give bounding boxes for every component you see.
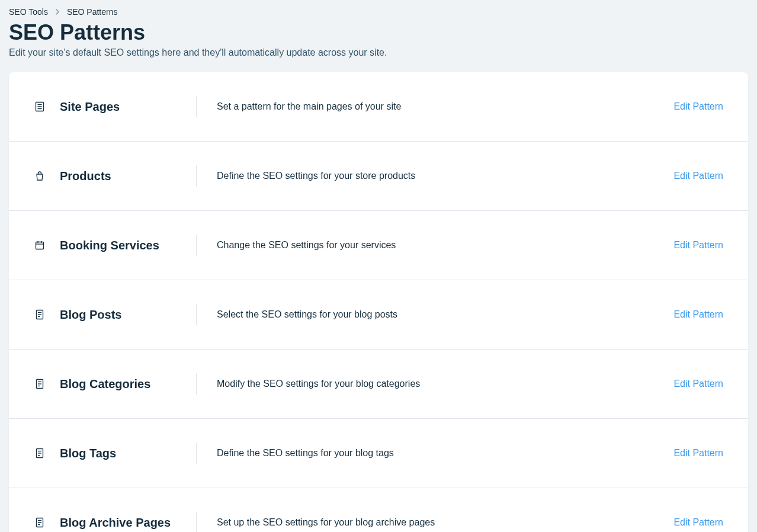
doc-icon	[34, 517, 46, 528]
pattern-title: Products	[60, 169, 196, 183]
pattern-row: Blog Archive PagesSet up the SEO setting…	[9, 488, 748, 532]
breadcrumb-current: SEO Patterns	[67, 7, 118, 17]
pattern-row: Booking ServicesChange the SEO settings …	[9, 211, 748, 280]
bag-icon	[34, 171, 46, 181]
calendar-icon	[34, 240, 46, 251]
pattern-description: Modify the SEO settings for your blog ca…	[217, 379, 662, 389]
divider	[196, 443, 197, 464]
edit-pattern-link[interactable]: Edit Pattern	[673, 379, 723, 389]
edit-pattern-link[interactable]: Edit Pattern	[673, 101, 723, 112]
pattern-title: Booking Services	[60, 239, 196, 252]
pattern-title: Blog Tags	[60, 447, 196, 460]
divider	[196, 373, 197, 395]
pattern-row: ProductsDefine the SEO settings for your…	[9, 142, 748, 211]
pattern-title: Blog Posts	[60, 308, 196, 322]
doc-icon	[34, 448, 46, 459]
breadcrumb-parent[interactable]: SEO Tools	[9, 7, 48, 17]
pattern-row: Blog CategoriesModify the SEO settings f…	[9, 350, 748, 419]
pattern-description: Change the SEO settings for your service…	[217, 240, 662, 251]
pattern-description: Define the SEO settings for your store p…	[217, 171, 662, 181]
divider	[196, 304, 197, 325]
pattern-description: Set a pattern for the main pages of your…	[217, 101, 662, 112]
patterns-card: Site PagesSet a pattern for the main pag…	[9, 72, 748, 532]
chevron-right-icon	[55, 8, 60, 15]
pattern-title: Blog Archive Pages	[60, 516, 196, 530]
doc-icon	[34, 309, 46, 320]
breadcrumb: SEO Tools SEO Patterns	[9, 7, 748, 17]
page-title: SEO Patterns	[9, 20, 748, 45]
pattern-row: Blog PostsSelect the SEO settings for yo…	[9, 280, 748, 350]
pattern-description: Define the SEO settings for your blog ta…	[217, 448, 662, 459]
pattern-description: Set up the SEO settings for your blog ar…	[217, 517, 662, 528]
divider	[196, 165, 197, 187]
pattern-row: Site PagesSet a pattern for the main pag…	[9, 72, 748, 142]
edit-pattern-link[interactable]: Edit Pattern	[673, 517, 723, 528]
pattern-row: Blog TagsDefine the SEO settings for you…	[9, 419, 748, 488]
edit-pattern-link[interactable]: Edit Pattern	[673, 171, 723, 181]
page-icon	[34, 101, 46, 112]
edit-pattern-link[interactable]: Edit Pattern	[673, 309, 723, 320]
divider	[196, 235, 197, 256]
divider	[196, 512, 197, 532]
pattern-title: Blog Categories	[60, 377, 196, 391]
divider	[196, 96, 197, 117]
pattern-title: Site Pages	[60, 100, 196, 114]
edit-pattern-link[interactable]: Edit Pattern	[673, 240, 723, 251]
edit-pattern-link[interactable]: Edit Pattern	[673, 448, 723, 459]
page-subtitle: Edit your site's default SEO settings he…	[9, 47, 748, 58]
pattern-description: Select the SEO settings for your blog po…	[217, 309, 662, 320]
doc-icon	[34, 379, 46, 389]
